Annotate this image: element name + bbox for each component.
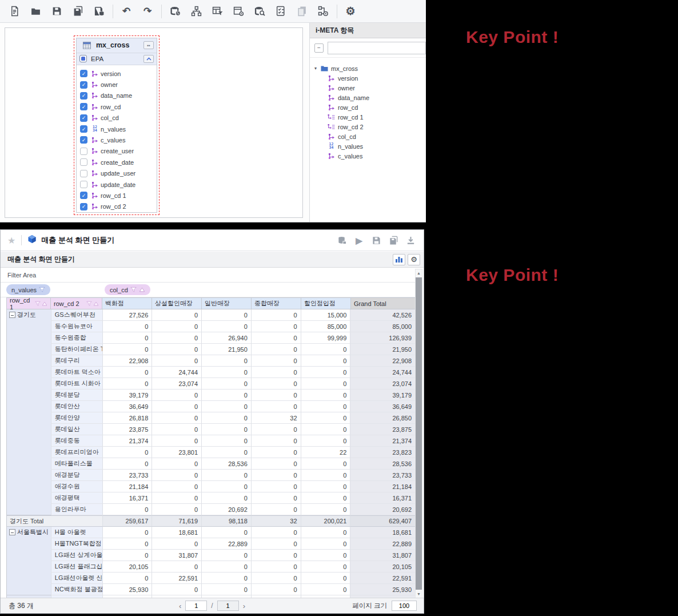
- field-checkbox[interactable]: [80, 181, 87, 188]
- tree-item[interactable]: version: [314, 73, 426, 83]
- save-icon[interactable]: [369, 233, 384, 247]
- store-cell[interactable]: NC백화점 불광점: [51, 584, 103, 595]
- widget-options-button[interactable]: ▪▪: [143, 41, 154, 49]
- new-document-icon[interactable]: [6, 3, 23, 19]
- store-cell[interactable]: 메타폴리스몰: [51, 458, 103, 470]
- tree-item[interactable]: row_cd 2: [314, 122, 426, 132]
- store-cell[interactable]: 애경분당: [51, 470, 103, 481]
- row-header-row_cd-1[interactable]: row_cd 1: [6, 297, 51, 309]
- store-cell[interactable]: 롯데중동: [51, 435, 103, 447]
- page-size-control: 페이지 크기: [352, 601, 417, 611]
- imeta-search-input[interactable]: [328, 42, 426, 54]
- store-cell[interactable]: 롯데구리: [51, 355, 103, 367]
- field-checkbox[interactable]: ✓: [80, 70, 87, 77]
- field-checkbox[interactable]: ✓: [80, 125, 87, 133]
- store-cell[interactable]: 롯데마트 시화아: [51, 378, 103, 390]
- next-page-button[interactable]: ›: [243, 602, 245, 610]
- store-cell[interactable]: H몰 아울렛: [51, 527, 103, 538]
- tree-item[interactable]: owner: [314, 83, 426, 93]
- column-header[interactable]: Grand Total: [351, 297, 416, 309]
- column-header[interactable]: 상설할인매장: [152, 297, 202, 309]
- scroll-down-arrow[interactable]: ▼: [416, 590, 422, 598]
- chart-view-button[interactable]: [393, 254, 405, 265]
- store-cell[interactable]: 동수원뉴코아: [51, 321, 103, 332]
- field-checkbox[interactable]: [80, 170, 87, 177]
- measure-chip[interactable]: n_values: [6, 284, 50, 295]
- column-header[interactable]: 일반매장: [202, 297, 252, 309]
- tree-item[interactable]: data_name: [314, 93, 426, 102]
- run-icon[interactable]: ▶: [352, 233, 366, 247]
- collapse-all-button[interactable]: −: [314, 43, 324, 53]
- field-checkbox[interactable]: ✓: [80, 103, 87, 110]
- copy-document-icon[interactable]: [293, 3, 310, 19]
- field-checkbox[interactable]: ✓: [80, 81, 87, 89]
- store-cell[interactable]: 롯데안양: [51, 412, 103, 424]
- store-cell[interactable]: LG패션아울렛 신: [51, 573, 103, 584]
- open-folder-icon[interactable]: [27, 3, 44, 19]
- store-cell[interactable]: 동탄하이페리온 T: [51, 344, 103, 355]
- tree-item[interactable]: ▾mx_cross: [314, 63, 426, 73]
- form-settings-icon[interactable]: [230, 3, 247, 19]
- store-cell[interactable]: LG패션 상계아울: [51, 550, 103, 561]
- store-cell[interactable]: 롯데프리미엄아: [51, 447, 103, 458]
- column-header[interactable]: 백화점: [102, 297, 152, 309]
- field-checkbox[interactable]: ✓: [80, 114, 87, 122]
- database-icon[interactable]: [334, 233, 349, 247]
- store-cell[interactable]: 동수원종합: [51, 332, 103, 344]
- tree-item[interactable]: col_cd: [314, 132, 426, 141]
- store-cell[interactable]: H몰TNGT복합점: [51, 538, 103, 550]
- flow-diagram-icon[interactable]: [188, 3, 205, 19]
- page-size-input[interactable]: [392, 601, 417, 611]
- database-link-icon[interactable]: [166, 3, 184, 19]
- field-checkbox[interactable]: ✓: [80, 136, 87, 144]
- tree-item[interactable]: row_cd: [314, 102, 426, 112]
- collapse-group-icon[interactable]: [9, 529, 15, 535]
- store-cell[interactable]: 롯데분당: [51, 390, 103, 401]
- flow-settings-icon[interactable]: [314, 3, 332, 19]
- field-checkbox[interactable]: [80, 148, 87, 155]
- field-checkbox[interactable]: [80, 158, 87, 166]
- store-cell[interactable]: 용인라푸마: [51, 504, 103, 515]
- collapse-group-icon[interactable]: [9, 312, 15, 318]
- field-checkbox[interactable]: ✓: [80, 192, 87, 199]
- store-cell[interactable]: 롯데일산: [51, 424, 103, 435]
- field-checkbox[interactable]: ✓: [80, 203, 87, 210]
- tree-caret-icon[interactable]: ▾: [314, 66, 320, 71]
- save-database-icon[interactable]: [90, 3, 107, 19]
- save-as-icon[interactable]: [69, 3, 86, 19]
- redo-icon[interactable]: ↷: [139, 3, 156, 19]
- table-filter-icon[interactable]: [209, 3, 226, 19]
- prev-page-button[interactable]: ‹: [179, 602, 181, 610]
- field-checkbox[interactable]: ✓: [80, 92, 87, 100]
- undo-icon[interactable]: ↶: [118, 3, 135, 19]
- save-icon[interactable]: [48, 3, 65, 19]
- store-cell[interactable]: 롯데마트 덕소아: [51, 367, 103, 378]
- scrollbar-thumb[interactable]: [416, 277, 422, 590]
- favorite-star-icon[interactable]: ★: [7, 235, 15, 246]
- store-cell[interactable]: GS스퀘어부천: [51, 309, 103, 321]
- current-page-input[interactable]: [185, 601, 207, 611]
- scroll-up-arrow[interactable]: ▲: [416, 269, 422, 277]
- tree-item[interactable]: c_values: [314, 151, 426, 161]
- save-as-icon[interactable]: [386, 233, 401, 247]
- mx-cross-widget[interactable]: mx_cross ▪▪ EPA ✓version✓owner✓data_name…: [76, 38, 157, 213]
- vertical-scrollbar[interactable]: ▲ ▼: [415, 269, 422, 598]
- dataset-selected-icon[interactable]: [79, 55, 87, 62]
- row-header-row_cd-2[interactable]: row_cd 2: [51, 297, 102, 309]
- checklist-icon[interactable]: [272, 3, 289, 19]
- store-cell[interactable]: LG패션 플래그십: [51, 561, 103, 573]
- store-cell[interactable]: 애경평택: [51, 492, 103, 504]
- column-header[interactable]: 할인점입점: [301, 297, 351, 309]
- grid-settings-button[interactable]: ⚙: [408, 254, 420, 265]
- table-row: 애경수원21,184000021,184: [7, 481, 415, 492]
- column-chip[interactable]: col_cd: [105, 284, 150, 295]
- store-cell[interactable]: 애경수원: [51, 481, 103, 492]
- store-cell[interactable]: 롯데안산: [51, 401, 103, 412]
- settings-icon[interactable]: ⚙: [342, 3, 359, 19]
- tree-item[interactable]: row_cd 1: [314, 112, 426, 122]
- database-search-icon[interactable]: [251, 3, 268, 19]
- tree-item[interactable]: 1234n_values: [314, 141, 426, 151]
- column-header[interactable]: 종합매장: [252, 297, 301, 309]
- collapse-up-button[interactable]: [143, 55, 154, 63]
- download-icon[interactable]: [403, 233, 418, 247]
